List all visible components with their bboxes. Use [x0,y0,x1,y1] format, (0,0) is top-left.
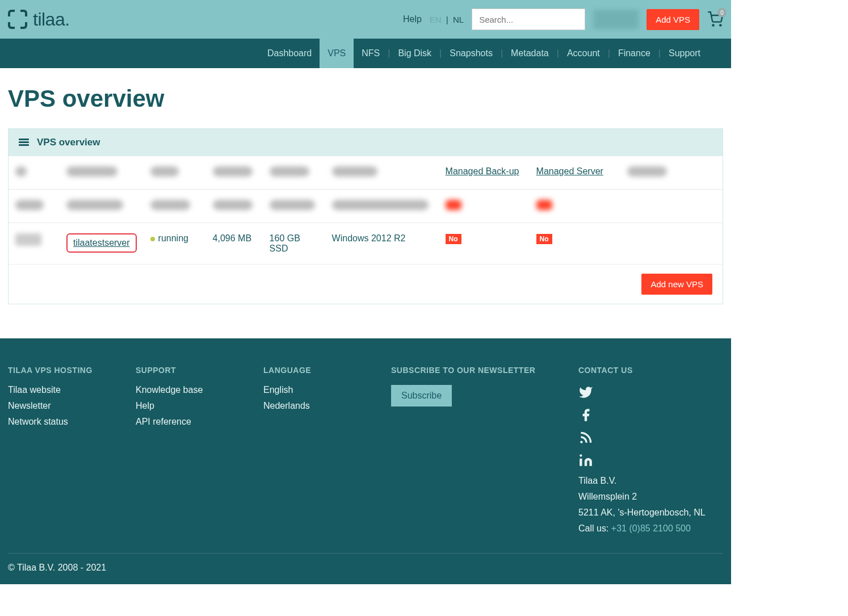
contact-company: Tilaa B.V. [578,476,723,486]
nav-finance[interactable]: Finance [610,39,658,68]
col-managed-backup[interactable]: Managed Back-up [446,166,519,176]
add-vps-button[interactable]: Add VPS [647,9,699,30]
status-dot-icon [150,237,155,241]
social-twitter[interactable] [578,385,723,402]
nav-support[interactable]: Support [661,39,708,68]
panel-header: VPS overview [9,129,723,156]
server-icon [19,139,29,146]
badge-backup: No [446,234,461,244]
twitter-icon [578,385,593,400]
logo-text: tilaa. [33,9,70,30]
footer-link-kb[interactable]: Knowledge base [136,385,246,395]
logo-icon [8,10,27,29]
search-input[interactable] [472,9,585,30]
footer-link-network[interactable]: Network status [8,417,119,427]
nav-metadata[interactable]: Metadata [503,39,557,68]
panel-title: VPS overview [37,137,100,148]
footer-link-api[interactable]: API reference [136,417,246,427]
content: VPS overview VPS overview Managed Back-u… [0,68,731,338]
page-title: VPS overview [8,85,723,112]
footer-heading-subscribe: SUBSCRIBE TO OUR NEWSLETTER [391,366,561,375]
svg-point-0 [712,24,713,26]
rss-icon [578,430,593,445]
footer-heading-contact: CONTACT US [578,366,723,375]
cart-button[interactable]: 0 [707,11,723,27]
subscribe-button[interactable]: Subscribe [391,385,452,407]
social-linkedin[interactable] [578,453,723,470]
cell-status: running [144,223,206,265]
social-facebook[interactable] [578,408,723,425]
contact-phone-line: Call us: +31 (0)85 2100 500 [578,523,723,534]
server-name-link[interactable]: tilaatestserver [73,238,130,248]
logo[interactable]: tilaa. [8,9,70,30]
cell-storage: 160 GB SSD [263,223,325,265]
copyright: © Tilaa B.V. 2008 - 2021 [8,563,723,573]
lang-nl[interactable]: NL [453,15,464,24]
vps-table: Managed Back-up Managed Server [9,156,723,264]
contact-addr2: 5211 AK, 's-Hertogenbosch, NL [578,508,723,518]
contact-addr1: Willemsplein 2 [578,492,723,502]
phone-link[interactable]: +31 (0)85 2100 500 [611,523,691,533]
language-switch: EN | NL [430,15,464,24]
nav-bigdisk[interactable]: Big Disk [390,39,439,68]
server-name-highlight: tilaatestserver [66,233,137,253]
cell-os: Windows 2012 R2 [325,223,439,265]
social-rss[interactable] [578,430,723,447]
nav-vps[interactable]: VPS [320,39,354,68]
add-new-vps-button[interactable]: Add new VPS [641,274,712,295]
footer-heading-support: SUPPORT [136,366,246,375]
facebook-icon [578,408,593,422]
footer-heading-language: LANGUAGE [263,366,374,375]
col-managed-server[interactable]: Managed Server [536,166,603,176]
footer-heading-hosting: TILAA VPS HOSTING [8,366,119,375]
table-row: tilaatestserver running 4,096 MB 160 GB … [9,223,723,265]
footer-link-website[interactable]: Tilaa website [8,385,119,395]
footer-link-help[interactable]: Help [136,401,246,411]
linkedin-icon [578,453,593,468]
panel-footer: Add new VPS [9,264,723,304]
footer-link-newsletter[interactable]: Newsletter [8,401,119,411]
lang-en[interactable]: EN [430,15,442,24]
vps-panel: VPS overview Managed Back-up Managed Ser… [8,128,723,304]
badge-managed: No [536,234,552,244]
topbar: tilaa. Help EN | NL Add VPS 0 [0,0,731,39]
footer-link-english[interactable]: English [263,385,374,395]
svg-point-2 [580,441,582,443]
cell-memory: 4,096 MB [206,223,263,265]
nav-snapshots[interactable]: Snapshots [442,39,501,68]
footer: TILAA VPS HOSTING Tilaa website Newslett… [0,338,731,584]
svg-point-1 [720,24,721,26]
help-link[interactable]: Help [403,14,422,24]
main-nav: Dashboard VPS NFS | Big Disk | Snapshots… [0,39,731,68]
nav-account[interactable]: Account [559,39,608,68]
footer-link-nederlands[interactable]: Nederlands [263,401,374,411]
user-menu[interactable] [593,10,639,29]
cart-count-badge: 0 [717,8,727,17]
table-row [9,190,723,223]
nav-nfs[interactable]: NFS [354,39,388,68]
nav-dashboard[interactable]: Dashboard [259,39,320,68]
